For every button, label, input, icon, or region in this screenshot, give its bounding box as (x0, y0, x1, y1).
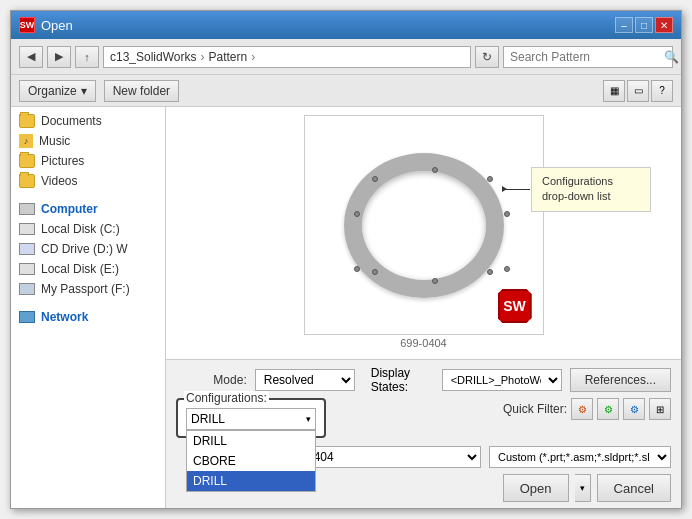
sidebar-item-label: Local Disk (C:) (41, 222, 120, 236)
view-button-2[interactable]: ▭ (627, 80, 649, 102)
configurations-group: Configurations: DRILL ▾ DRILL CBORE DRIL… (176, 398, 326, 438)
up-button[interactable]: ↑ (75, 46, 99, 68)
drive-icon (19, 263, 35, 275)
sw-cube-logo: SW (498, 289, 532, 323)
minimize-button[interactable]: – (615, 17, 633, 33)
window-title: Open (41, 18, 73, 33)
qf-button-2[interactable]: ⚙ (597, 398, 619, 420)
quick-filter-row: Quick Filter: ⚙ ⚙ ⚙ ⊞ (503, 398, 671, 420)
callout-box: Configurations drop-down list (531, 167, 651, 212)
dropdown-arrow-icon: ▾ (306, 414, 311, 424)
sidebar-item-label: Videos (41, 174, 77, 188)
configs-dropdown-trigger[interactable]: DRILL ▾ (186, 408, 316, 430)
preview-container: SW 699-0404 Configurations drop-down lis… (166, 107, 681, 359)
configurations-row: Configurations: DRILL ▾ DRILL CBORE DRIL… (176, 398, 671, 442)
sidebar-item-music[interactable]: ♪ Music (11, 131, 165, 151)
sidebar-item-computer[interactable]: Computer (11, 199, 165, 219)
sidebar-item-e[interactable]: Local Disk (E:) (11, 259, 165, 279)
bolt-8 (372, 269, 378, 275)
title-bar-left: SW Open (19, 17, 73, 33)
callout-arrow (502, 189, 530, 190)
file-type-select[interactable]: Custom (*.prt;*.asm;*.sldprt;*.sl (489, 446, 671, 468)
sidebar-item-documents[interactable]: Documents (11, 111, 165, 131)
sidebar-item-c[interactable]: Local Disk (C:) (11, 219, 165, 239)
sidebar-item-f[interactable]: My Passport (F:) (11, 279, 165, 299)
toolbar-icons: ▦ ▭ ? (603, 80, 673, 102)
sidebar-item-network[interactable]: Network (11, 307, 165, 327)
sidebar-item-label: My Passport (F:) (41, 282, 130, 296)
file-label: 699-0404 (304, 335, 544, 351)
sidebar-item-label: CD Drive (D:) W (41, 242, 128, 256)
bolt-1 (432, 167, 438, 173)
address-bar: ◀ ▶ ↑ c13_SolidWorks › Pattern › ↻ 🔍 (11, 39, 681, 75)
bottom-panel: Mode: Resolved Display States: <DRILL>_P… (166, 359, 681, 508)
preview-image: SW (304, 115, 544, 335)
configs-current-value: DRILL (191, 412, 306, 426)
references-button[interactable]: References... (570, 368, 671, 392)
display-states-label: Display States: (371, 366, 434, 394)
cd-icon (19, 243, 35, 255)
maximize-button[interactable]: □ (635, 17, 653, 33)
quick-filter-label: Quick Filter: (503, 402, 567, 416)
folder-icon (19, 174, 35, 188)
close-button[interactable]: ✕ (655, 17, 673, 33)
mode-label: Mode: (176, 373, 247, 387)
toolbar: Organize ▾ New folder ▦ ▭ ? (11, 75, 681, 107)
ring-shape (344, 153, 504, 298)
qf-button-4[interactable]: ⊞ (649, 398, 671, 420)
folder-icon (19, 114, 35, 128)
computer-icon (19, 203, 35, 215)
quick-filter-area: Quick Filter: ⚙ ⚙ ⚙ ⊞ (503, 398, 671, 420)
bolt-10 (432, 278, 438, 284)
cancel-button[interactable]: Cancel (597, 474, 671, 502)
passport-icon (19, 283, 35, 295)
bolt-5 (504, 211, 510, 217)
dropdown-item-drill-2[interactable]: DRILL (187, 471, 315, 491)
help-button[interactable]: ? (651, 80, 673, 102)
sidebar-item-label: Pictures (41, 154, 84, 168)
path-segment-pattern[interactable]: Pattern (208, 50, 247, 64)
title-bar: SW Open – □ ✕ (11, 11, 681, 39)
sidebar-item-pictures[interactable]: Pictures (11, 151, 165, 171)
back-button[interactable]: ◀ (19, 46, 43, 68)
open-button[interactable]: Open (503, 474, 569, 502)
bolt-9 (487, 269, 493, 275)
preview-area: SW 699-0404 (304, 115, 544, 351)
bolt-7 (504, 266, 510, 272)
qf-button-1[interactable]: ⚙ (571, 398, 593, 420)
search-input[interactable] (510, 50, 660, 64)
view-button-1[interactable]: ▦ (603, 80, 625, 102)
sw-icon: SW (19, 17, 35, 33)
mode-select[interactable]: Resolved (255, 369, 355, 391)
bolt-6 (354, 266, 360, 272)
qf-button-3[interactable]: ⚙ (623, 398, 645, 420)
sw-logo: SW (497, 288, 533, 324)
folder-icon (19, 154, 35, 168)
ring-preview (334, 145, 514, 305)
sidebar-item-videos[interactable]: Videos (11, 171, 165, 191)
new-folder-button[interactable]: New folder (104, 80, 179, 102)
open-dialog: SW Open – □ ✕ ◀ ▶ ↑ c13_SolidWorks › Pat… (10, 10, 682, 509)
open-dropdown-button[interactable]: ▾ (575, 474, 591, 502)
file-area: SW 699-0404 Configurations drop-down lis… (166, 107, 681, 508)
organize-button[interactable]: Organize ▾ (19, 80, 96, 102)
bolt-3 (372, 176, 378, 182)
path-segment-root[interactable]: c13_SolidWorks (110, 50, 196, 64)
refresh-button[interactable]: ↻ (475, 46, 499, 68)
music-icon: ♪ (19, 134, 33, 148)
title-bar-controls: – □ ✕ (615, 17, 673, 33)
forward-button[interactable]: ▶ (47, 46, 71, 68)
display-states-select[interactable]: <DRILL>_PhotoWork (442, 369, 562, 391)
sidebar-item-label: Network (41, 310, 88, 324)
bolt-4 (354, 211, 360, 217)
bolt-2 (487, 176, 493, 182)
dropdown-item-drill-1[interactable]: DRILL (187, 431, 315, 451)
sidebar-item-d[interactable]: CD Drive (D:) W (11, 239, 165, 259)
network-icon (19, 311, 35, 323)
search-box[interactable]: 🔍 (503, 46, 673, 68)
dropdown-item-cbore[interactable]: CBORE (187, 451, 315, 471)
address-path[interactable]: c13_SolidWorks › Pattern › (103, 46, 471, 68)
mode-row: Mode: Resolved Display States: <DRILL>_P… (176, 366, 671, 394)
sidebar-item-label: Documents (41, 114, 102, 128)
sidebar-item-label: Local Disk (E:) (41, 262, 119, 276)
